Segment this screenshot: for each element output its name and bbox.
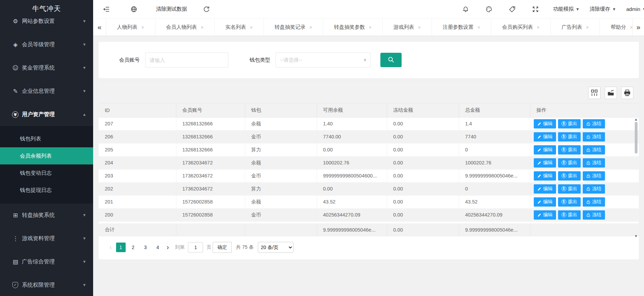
tab-6[interactable]: 游戏列表× (383, 18, 432, 36)
close-icon[interactable]: × (141, 24, 144, 30)
tab-8[interactable]: 会员购买列表× (491, 18, 551, 36)
close-icon[interactable]: × (309, 24, 312, 30)
tab-4[interactable]: 转盘抽奖记录× (264, 18, 324, 36)
payout-label: 拨出 (568, 160, 577, 166)
tabs-scroll-right-button[interactable]: » (632, 18, 644, 36)
payout-button[interactable]: $拨出 (558, 210, 581, 220)
sidebar-item-user-assets[interactable]: ¥用户资产管理▲ (0, 103, 93, 126)
sidebar-item-wallet-change-log[interactable]: 钱包变动日志 (0, 164, 93, 182)
freeze-button[interactable]: 冻结 (583, 145, 605, 155)
clear-test-data-button[interactable]: 清除测试数据 (156, 6, 187, 12)
edit-button[interactable]: 编辑 (534, 119, 556, 128)
notifications-bell-icon[interactable] (462, 5, 469, 13)
refresh-icon[interactable] (203, 5, 210, 13)
close-icon[interactable]: × (201, 24, 204, 30)
tabs-scroll-left-button[interactable]: « (93, 18, 106, 36)
page-button-3[interactable]: 3 (141, 243, 150, 252)
edit-button[interactable]: 编辑 (534, 197, 556, 207)
sidebar-item-wheel-lottery[interactable]: ⊞转盘抽奖系统▼ (0, 204, 93, 227)
columns-filter-button[interactable] (588, 87, 601, 99)
close-icon[interactable]: × (250, 24, 253, 30)
goto-page-input[interactable] (188, 242, 203, 252)
page-button-1[interactable]: 1 (116, 243, 126, 252)
payout-button[interactable]: $拨出 (558, 132, 581, 141)
next-page-button[interactable]: › (167, 243, 169, 251)
export-icon (607, 89, 615, 97)
payout-button[interactable]: $拨出 (558, 184, 581, 194)
account-input[interactable] (145, 52, 228, 67)
freeze-button[interactable]: 冻结 (583, 119, 605, 128)
sidebar-item-game-data[interactable]: ⋮游戏资料管理▼ (0, 227, 93, 250)
payout-button[interactable]: $拨出 (558, 158, 581, 168)
payout-button[interactable]: $拨出 (558, 119, 581, 128)
close-icon[interactable]: × (369, 24, 372, 30)
tab-2[interactable]: 会员人物列表× (155, 18, 215, 36)
edit-button[interactable]: 编辑 (534, 171, 556, 181)
sidebar-item-member-level[interactable]: ◈会员等级管理▼ (0, 33, 93, 56)
table-scrollbar[interactable]: ▲ ▼ (634, 118, 638, 238)
col-header-account: 会员账号 (176, 103, 245, 117)
edit-button[interactable]: 编辑 (534, 132, 556, 141)
fullscreen-icon[interactable] (532, 5, 539, 13)
globe-icon[interactable] (130, 5, 138, 13)
tab-7[interactable]: 注册参数设置× (432, 18, 492, 36)
close-icon[interactable]: × (537, 24, 540, 30)
search-button[interactable] (380, 53, 402, 67)
sidebar-item-member-balance-list[interactable]: 会员余额列表 (0, 147, 93, 164)
page-button-4[interactable]: 4 (153, 243, 163, 252)
tab-1[interactable]: 人物列表× (106, 18, 155, 36)
payout-label: 拨出 (568, 147, 577, 153)
edit-button[interactable]: 编辑 (534, 210, 556, 220)
prev-page-button[interactable]: ‹ (110, 243, 112, 251)
freeze-button[interactable]: 冻结 (583, 210, 605, 220)
payout-button[interactable]: $拨出 (558, 197, 581, 207)
page-button-2[interactable]: 2 (128, 243, 138, 252)
freeze-button[interactable]: 冻结 (583, 197, 605, 207)
freeze-button[interactable]: 冻结 (583, 171, 605, 181)
payout-button[interactable]: $拨出 (558, 145, 581, 155)
table-row: 20115726002858余额43.520.0043.52编辑$拨出冻结 (99, 195, 639, 208)
table-cell: 0.00 (387, 130, 459, 143)
user-menu[interactable]: admin ▼ (626, 6, 643, 12)
tab-3[interactable]: 实名列表× (215, 18, 264, 36)
scroll-up-icon[interactable]: ▲ (635, 118, 637, 121)
tab-label: 帮助分 (611, 24, 626, 30)
freeze-button[interactable]: 冻结 (583, 184, 605, 194)
print-button[interactable] (621, 87, 633, 99)
edit-button[interactable]: 编辑 (534, 145, 556, 155)
sidebar-item-system-permission[interactable]: ✓系统权限管理▼ (0, 273, 93, 296)
tab-label: 会员人物列表 (166, 24, 197, 30)
edit-icon (537, 135, 542, 139)
scrollbar-thumb[interactable] (635, 122, 637, 153)
function-simulate-menu[interactable]: 功能模拟 ▼ (553, 6, 579, 12)
export-button[interactable] (605, 87, 617, 99)
tag-icon[interactable] (508, 5, 516, 13)
close-icon[interactable]: × (418, 24, 421, 30)
sidebar-item-enterprise-info[interactable]: ✎企业信息管理▼ (0, 79, 93, 103)
table-cell: 余额 (245, 195, 317, 208)
sidebar-item-wallet-withdraw-log[interactable]: 钱包提现日志 (0, 182, 93, 199)
confirm-page-button[interactable]: 确定 (213, 242, 232, 253)
sidebar-item-wallet-list[interactable]: 钱包列表 (0, 130, 93, 147)
edit-button[interactable]: 编辑 (534, 184, 556, 194)
scroll-down-icon[interactable]: ▼ (635, 234, 637, 238)
topbar-right: 功能模拟 ▼ 清除缓存 ▼ admin ▼ (462, 5, 643, 13)
tab-5[interactable]: 转盘抽奖参数× (323, 18, 383, 36)
close-icon[interactable]: × (586, 24, 589, 30)
close-icon[interactable]: × (477, 24, 480, 30)
payout-button[interactable]: $拨出 (558, 171, 581, 181)
freeze-label: 冻结 (592, 173, 602, 179)
collapse-sidebar-icon[interactable] (103, 5, 110, 13)
freeze-button[interactable]: 冻结 (583, 158, 605, 168)
edit-label: 编辑 (543, 121, 553, 127)
tab-9[interactable]: 广告列表× (551, 18, 600, 36)
account-label: 会员账号 (119, 57, 140, 63)
page-size-select[interactable]: 20 条/页 (258, 242, 293, 253)
edit-button[interactable]: 编辑 (534, 158, 556, 168)
theme-palette-icon[interactable] (485, 5, 493, 13)
sidebar-item-ad-management[interactable]: ▤广告综合管理▼ (0, 250, 93, 273)
wallet-type-select[interactable]: --请选择-- ▼ (276, 52, 371, 67)
sidebar-item-bonus-system[interactable]: ☺奖金管理系统▼ (0, 56, 93, 79)
freeze-button[interactable]: 冻结 (583, 132, 605, 141)
clear-cache-menu[interactable]: 清除缓存 ▼ (590, 6, 615, 12)
